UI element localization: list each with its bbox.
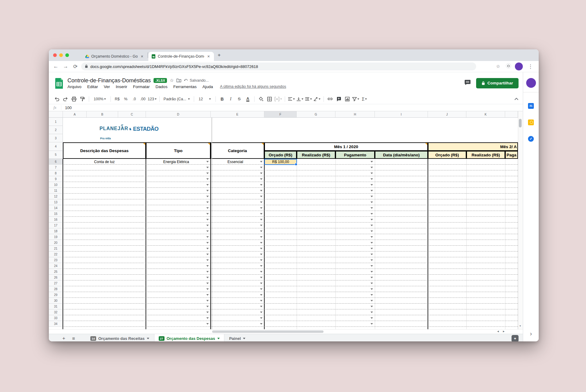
row-header-15[interactable]: 15 [49,211,63,217]
cell-dropdown-icon[interactable] [260,317,262,320]
cell-dropdown-icon[interactable] [260,207,262,210]
calendar-icon[interactable]: 31 [528,103,534,109]
cell-dropdown-icon[interactable] [260,161,262,164]
cell-dropdown-icon[interactable] [206,225,209,227]
comment-icon[interactable] [465,80,471,87]
cell-dropdown-icon[interactable] [371,288,373,291]
cell-dropdown-icon[interactable] [371,323,373,326]
horizontal-align-button[interactable] [288,95,295,103]
cell-dropdown-icon[interactable] [206,312,209,314]
cell-dropdown-icon[interactable] [260,213,262,216]
cell-dropdown-icon[interactable] [206,196,209,198]
row-header-32[interactable]: 32 [49,309,63,315]
cell-dropdown-icon[interactable] [371,294,373,297]
selected-cell-orcado-row6[interactable]: R$ 100,00 [264,159,297,165]
row-header-30[interactable]: 30 [49,298,63,304]
cell-dropdown-icon[interactable] [206,306,209,308]
format-percent-button[interactable]: % [122,95,129,103]
add-sheet-icon[interactable]: ＋ [59,335,68,341]
row-header-3[interactable]: 3 [49,134,63,142]
sheet-tab-despesas[interactable]: 27 Orçamento das Despesas [154,334,224,341]
browser-profile-avatar[interactable] [515,62,523,70]
column-header-k[interactable]: K [466,111,505,118]
move-folder-icon[interactable] [176,78,181,83]
formula-input[interactable]: 100 [61,105,72,110]
sheet-tab-receitas[interactable]: 14 Orçamento das Receitas [86,334,154,341]
vscroll-thumb[interactable] [519,119,522,127]
row-header-27[interactable]: 27 [49,280,63,286]
selection-fill-handle[interactable] [295,163,297,166]
close-tab-icon[interactable]: ✕ [206,54,211,59]
cell-dropdown-icon[interactable] [206,178,209,181]
cell-dropdown-icon[interactable] [206,230,209,233]
cell-dropdown-icon[interactable] [206,323,209,326]
spreadsheet-grid[interactable]: ABCDEFGHIJK12345678910111213141516171819… [49,111,523,329]
cell-dropdown-icon[interactable] [260,323,262,326]
column-header-d[interactable]: D [146,111,211,118]
row-header-5[interactable]: 5 [49,151,63,159]
vertical-align-button[interactable] [296,95,304,103]
cell-dropdown-icon[interactable] [371,213,373,216]
cell-dropdown-icon[interactable] [260,178,262,181]
row-header-23[interactable]: 23 [49,257,63,263]
column-header-c[interactable]: C [118,111,146,118]
cell-dropdown-icon[interactable] [371,248,373,251]
cell-dropdown-icon[interactable] [260,230,262,233]
cell-dropdown-icon[interactable] [260,277,262,280]
cell-dropdown-icon[interactable] [260,225,262,227]
cell-dropdown-icon[interactable] [260,173,262,175]
sheet-menu-icon[interactable] [217,338,220,340]
browser-tab-sheets[interactable]: Controle-de-Finanças-Domést ✕ [148,52,214,61]
all-sheets-icon[interactable]: ≡ [69,336,78,341]
row-header-31[interactable]: 31 [49,304,63,309]
cell-dropdown-icon[interactable] [206,259,209,262]
cell-dropdown-icon[interactable] [371,178,373,181]
cell-dropdown-icon[interactable] [260,300,262,303]
hide-menus-icon[interactable] [514,97,519,101]
cell-dropdown-icon[interactable] [260,219,262,222]
row-header-6[interactable]: 6 [49,159,63,165]
insert-link-button[interactable] [327,95,334,103]
chrome-menu-icon[interactable]: ⋮ [526,63,534,70]
cell-dropdown-icon[interactable] [371,312,373,314]
explore-button[interactable]: ✦ [512,335,519,341]
cell-dropdown-icon[interactable] [260,196,262,198]
undo-icon[interactable] [53,95,60,103]
cell-dropdown-icon[interactable] [260,184,262,187]
more-formats-button[interactable]: 123 [148,95,157,103]
macos-close-button[interactable] [53,53,57,57]
menu-arquivo[interactable]: Arquivo [67,84,81,89]
hide-side-panel-icon[interactable]: › [530,330,532,337]
text-color-button[interactable]: A [244,95,251,103]
row-header-19[interactable]: 19 [49,234,63,240]
row-header-22[interactable]: 22 [49,251,63,257]
cell-dropdown-icon[interactable] [371,201,373,204]
cell-dropdown-icon[interactable] [206,248,209,251]
extension-icon[interactable] [506,63,511,70]
column-header-e[interactable]: E [211,111,264,118]
scroll-down-icon[interactable]: ▼ [518,325,523,328]
row-header-8[interactable]: 8 [49,170,63,176]
row-header-18[interactable]: 18 [49,228,63,234]
reload-icon[interactable]: ⟳ [71,63,79,70]
row-header-29[interactable]: 29 [49,292,63,298]
cell-dropdown-icon[interactable] [260,201,262,204]
keep-icon[interactable] [528,119,534,125]
row-header-17[interactable]: 17 [49,223,63,228]
scroll-right-icon[interactable]: ► [502,330,508,333]
row-header-24[interactable]: 24 [49,263,63,269]
cell-dropdown-icon[interactable] [371,173,373,175]
row-header-13[interactable]: 13 [49,199,63,205]
row-header-16[interactable]: 16 [49,217,63,223]
menu-ver[interactable]: Ver [104,84,110,89]
menu-formatar[interactable]: Formatar [133,84,150,89]
cell-dropdown-icon[interactable] [371,161,373,164]
row-header-21[interactable]: 21 [49,246,63,251]
paint-format-icon[interactable] [79,95,86,103]
column-header[interactable] [505,111,518,118]
row-header-25[interactable]: 25 [49,269,63,275]
cell-dropdown-icon[interactable] [206,277,209,280]
column-header-g[interactable]: G [297,111,335,118]
cell-dropdown-icon[interactable] [206,219,209,222]
menu-inserir[interactable]: Inserir [116,84,127,89]
